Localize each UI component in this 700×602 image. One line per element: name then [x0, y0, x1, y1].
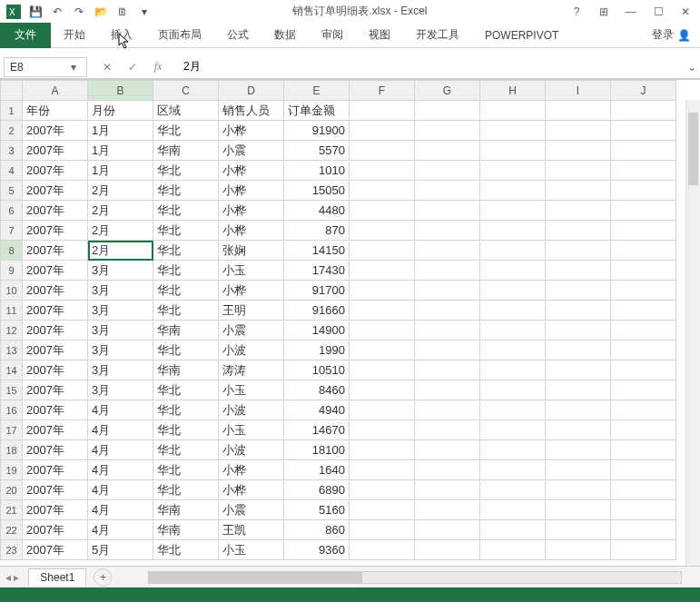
cell-B20[interactable]: 4月 [88, 480, 153, 500]
cell-J21[interactable] [611, 500, 676, 520]
cell-F2[interactable] [350, 121, 415, 141]
cell-J8[interactable] [611, 241, 676, 261]
tab-review[interactable]: 审阅 [309, 23, 356, 48]
cell-C10[interactable]: 华北 [153, 281, 219, 301]
cell-I22[interactable] [546, 520, 611, 540]
cell-D20[interactable]: 小桦 [219, 480, 284, 500]
cell-D22[interactable]: 王凯 [219, 520, 284, 540]
cell-D2[interactable]: 小桦 [219, 121, 284, 141]
cell-I11[interactable] [546, 301, 611, 321]
cell-C18[interactable]: 华北 [153, 440, 219, 460]
cell-E3[interactable]: 5570 [284, 141, 350, 161]
cell-E4[interactable]: 1010 [284, 161, 350, 181]
cell-J12[interactable] [611, 321, 676, 340]
cell-E5[interactable]: 15050 [284, 181, 350, 201]
cell-I1[interactable] [546, 101, 611, 121]
cell-J20[interactable] [611, 480, 676, 500]
cell-F21[interactable] [350, 500, 415, 520]
cell-J13[interactable] [611, 340, 676, 360]
cell-F3[interactable] [350, 141, 415, 161]
fx-icon[interactable]: fx [147, 57, 169, 77]
cell-J9[interactable] [611, 261, 676, 281]
cell-B22[interactable]: 4月 [88, 520, 153, 540]
cell-E22[interactable]: 860 [284, 520, 350, 540]
maximize-button[interactable]: ☐ [647, 3, 669, 21]
cell-B13[interactable]: 3月 [88, 340, 153, 360]
tab-file[interactable]: 文件 [0, 23, 51, 48]
cell-A23[interactable]: 2007年 [23, 540, 88, 560]
cell-B18[interactable]: 4月 [88, 440, 153, 460]
cell-I3[interactable] [546, 141, 611, 161]
cell-H14[interactable] [480, 360, 546, 380]
cell-F5[interactable] [350, 181, 415, 201]
row-header-22[interactable]: 22 [1, 520, 23, 540]
column-header-C[interactable]: C [153, 81, 219, 101]
cell-A9[interactable]: 2007年 [23, 261, 88, 281]
cell-I15[interactable] [546, 380, 611, 400]
row-header-14[interactable]: 14 [1, 360, 23, 380]
cell-E20[interactable]: 6890 [284, 480, 350, 500]
cell-F16[interactable] [350, 400, 415, 420]
tab-powerpivot[interactable]: POWERPIVOT [472, 23, 571, 48]
cell-B9[interactable]: 3月 [88, 261, 153, 281]
column-header-B[interactable]: B [88, 81, 153, 101]
cell-E19[interactable]: 1640 [284, 460, 350, 480]
cell-I14[interactable] [546, 360, 611, 380]
cell-F6[interactable] [350, 201, 415, 221]
cell-B12[interactable]: 3月 [88, 321, 153, 340]
open-button[interactable]: 📂 [91, 2, 111, 22]
cell-E12[interactable]: 14900 [284, 321, 350, 340]
cell-I18[interactable] [546, 440, 611, 460]
cell-H2[interactable] [480, 121, 546, 141]
cell-G3[interactable] [415, 141, 480, 161]
cell-H11[interactable] [480, 301, 546, 321]
qat-dropdown-icon[interactable]: ▾ [134, 2, 154, 22]
cell-E9[interactable]: 17430 [284, 261, 350, 281]
cell-D16[interactable]: 小波 [219, 400, 284, 420]
cell-C7[interactable]: 华北 [153, 221, 219, 241]
ribbon-options-button[interactable]: ⊞ [593, 3, 615, 21]
row-header-7[interactable]: 7 [1, 221, 23, 241]
cell-H5[interactable] [480, 181, 546, 201]
cell-J15[interactable] [611, 380, 676, 400]
row-header-4[interactable]: 4 [1, 161, 23, 181]
cell-D6[interactable]: 小桦 [219, 201, 284, 221]
cell-F23[interactable] [350, 540, 415, 560]
cell-D5[interactable]: 小桦 [219, 181, 284, 201]
cell-A22[interactable]: 2007年 [23, 520, 88, 540]
cell-H8[interactable] [480, 241, 546, 261]
cell-I4[interactable] [546, 161, 611, 181]
cell-B2[interactable]: 1月 [88, 121, 153, 141]
cell-H22[interactable] [480, 520, 546, 540]
column-header-E[interactable]: E [284, 81, 350, 101]
cell-A13[interactable]: 2007年 [23, 340, 88, 360]
cell-G10[interactable] [415, 281, 480, 301]
redo-button[interactable]: ↷ [69, 2, 89, 22]
row-header-6[interactable]: 6 [1, 201, 23, 221]
cell-F17[interactable] [350, 420, 415, 440]
cell-B4[interactable]: 1月 [88, 161, 153, 181]
cell-A8[interactable]: 2007年 [23, 241, 88, 261]
cell-J3[interactable] [611, 141, 676, 161]
cell-J4[interactable] [611, 161, 676, 181]
cell-A7[interactable]: 2007年 [23, 221, 88, 241]
cell-E18[interactable]: 18100 [284, 440, 350, 460]
cell-G17[interactable] [415, 420, 480, 440]
cell-C23[interactable]: 华北 [153, 540, 219, 560]
cell-J5[interactable] [611, 181, 676, 201]
cell-A21[interactable]: 2007年 [23, 500, 88, 520]
cell-G16[interactable] [415, 400, 480, 420]
enter-icon[interactable]: ✓ [122, 57, 143, 77]
cell-G15[interactable] [415, 380, 480, 400]
cell-C5[interactable]: 华北 [153, 181, 219, 201]
tab-formulas[interactable]: 公式 [214, 23, 261, 48]
cell-C21[interactable]: 华南 [153, 500, 219, 520]
cell-A11[interactable]: 2007年 [23, 301, 88, 321]
cell-C22[interactable]: 华南 [153, 520, 219, 540]
cell-H7[interactable] [480, 221, 546, 241]
cell-H15[interactable] [480, 380, 546, 400]
cell-A10[interactable]: 2007年 [23, 281, 88, 301]
row-header-10[interactable]: 10 [1, 281, 23, 301]
cell-D21[interactable]: 小震 [219, 500, 284, 520]
name-box-dropdown-icon[interactable]: ▾ [66, 61, 81, 74]
